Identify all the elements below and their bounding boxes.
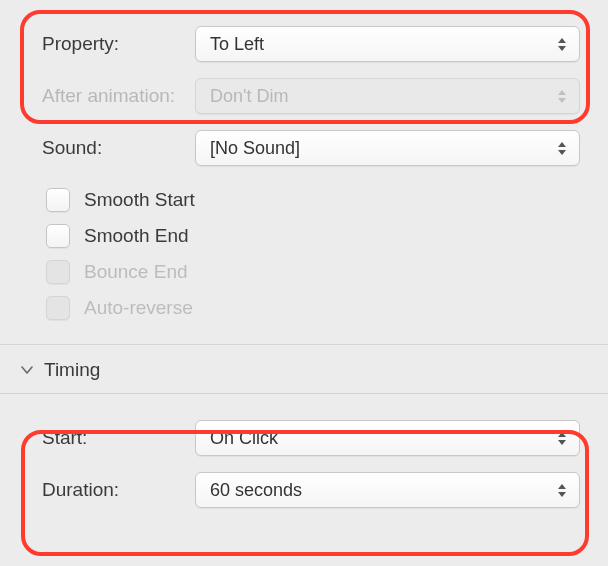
after-animation-label: After animation: [0, 85, 195, 107]
auto-reverse-checkbox [46, 296, 70, 320]
start-value: On Click [210, 428, 278, 449]
smooth-end-checkbox[interactable] [46, 224, 70, 248]
after-animation-row: After animation: Don't Dim [0, 70, 608, 122]
duration-dropdown[interactable]: 60 seconds [195, 472, 580, 508]
smooth-start-checkbox[interactable] [46, 188, 70, 212]
after-animation-value: Don't Dim [210, 86, 288, 107]
bounce-end-label: Bounce End [84, 261, 188, 283]
smooth-start-row: Smooth Start [0, 182, 608, 218]
auto-reverse-row: Auto-reverse [0, 290, 608, 326]
duration-label: Duration: [0, 479, 195, 501]
updown-icon [555, 432, 569, 445]
start-row: Start: On Click [0, 412, 608, 464]
property-row: Property: To Left [0, 18, 608, 70]
smooth-end-label: Smooth End [84, 225, 189, 247]
timing-section-header[interactable]: Timing [0, 345, 608, 394]
updown-icon [555, 38, 569, 51]
start-dropdown[interactable]: On Click [195, 420, 580, 456]
duration-row: Duration: 60 seconds [0, 464, 608, 516]
auto-reverse-label: Auto-reverse [84, 297, 193, 319]
bounce-end-row: Bounce End [0, 254, 608, 290]
property-dropdown[interactable]: To Left [195, 26, 580, 62]
bounce-end-checkbox [46, 260, 70, 284]
sound-label: Sound: [0, 137, 195, 159]
chevron-down-icon [20, 363, 34, 377]
sound-dropdown[interactable]: [No Sound] [195, 130, 580, 166]
after-animation-dropdown: Don't Dim [195, 78, 580, 114]
smooth-end-row: Smooth End [0, 218, 608, 254]
timing-section-title: Timing [44, 359, 100, 381]
sound-value: [No Sound] [210, 138, 300, 159]
duration-value: 60 seconds [210, 480, 302, 501]
updown-icon [555, 484, 569, 497]
start-label: Start: [0, 427, 195, 449]
property-value: To Left [210, 34, 264, 55]
sound-row: Sound: [No Sound] [0, 122, 608, 174]
smooth-start-label: Smooth Start [84, 189, 195, 211]
property-label: Property: [0, 33, 195, 55]
updown-icon [555, 90, 569, 103]
updown-icon [555, 142, 569, 155]
